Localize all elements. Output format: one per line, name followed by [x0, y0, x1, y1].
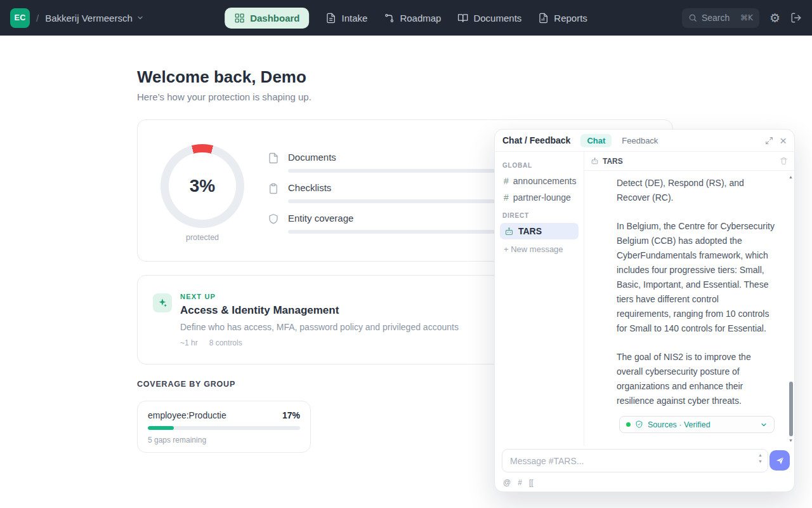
new-message-button[interactable]: + New message: [500, 239, 579, 259]
channel-name: announcements: [513, 176, 577, 186]
chat-title: Chat / Feedback: [502, 135, 570, 145]
group-progress-fill: [148, 426, 174, 430]
expand-button[interactable]: [765, 137, 773, 145]
tab-roadmap[interactable]: Roadmap: [384, 13, 441, 23]
donut-caption: protected: [160, 233, 244, 242]
org-switcher[interactable]: Bakkerij Vermeersch: [45, 13, 144, 23]
close-button[interactable]: ×: [780, 135, 787, 147]
logout-button[interactable]: [790, 12, 802, 23]
link-ref-button[interactable]: [[: [529, 478, 534, 487]
direct-section-heading: DIRECT: [502, 212, 576, 219]
grid-icon: [234, 13, 245, 23]
chat-message: Detect (DE), Respond (RS), and Recover (…: [617, 176, 775, 205]
org-name: Bakkerij Vermeersch: [45, 13, 133, 23]
logout-icon: [790, 12, 802, 23]
nav-item-label: Dashboard: [250, 13, 299, 23]
chat-sidebar: GLOBAL # announcements # partner-lounge …: [495, 152, 584, 446]
delete-conversation-button[interactable]: [780, 157, 788, 165]
message-input-wrap: ▲ ▼: [502, 449, 768, 472]
navbar-left: EC / Bakkerij Vermeersch: [10, 8, 144, 28]
mention-button[interactable]: @: [503, 478, 511, 487]
tab-documents[interactable]: Documents: [457, 13, 521, 23]
donut-chart: 3%: [160, 144, 244, 228]
thread-header: TARS: [584, 152, 794, 171]
coverage-group-card[interactable]: employee:Productie 17% 5 gaps remaining: [137, 401, 311, 453]
sources-verified-button[interactable]: Sources · Verified: [619, 416, 775, 433]
input-spinner[interactable]: ▲ ▼: [758, 453, 763, 464]
channel-ref-button[interactable]: #: [518, 478, 522, 487]
chat-thread: TARS Detect (DE), Respond (RS), and Reco…: [584, 152, 794, 446]
scroll-up-arrow[interactable]: ▲: [789, 175, 793, 179]
tab-chat[interactable]: Chat: [580, 134, 612, 147]
chat-message: In Belgium, the Centre for Cybersecurity…: [617, 219, 775, 336]
navbar-right: Search ⌘K ⚙: [682, 8, 802, 28]
send-button[interactable]: [769, 450, 790, 471]
page-subtitle: Here’s how your protection is shaping up…: [137, 91, 311, 102]
group-name: employee:Productie: [148, 410, 226, 420]
tab-reports[interactable]: Reports: [538, 13, 587, 23]
protection-donut: 3% protected: [160, 144, 244, 242]
dm-name: TARS: [518, 226, 542, 236]
file-chart-icon: [538, 13, 549, 23]
channel-announcements[interactable]: # announcements: [500, 173, 579, 189]
status-dot: [626, 422, 631, 427]
nav-item-label: Roadmap: [400, 13, 441, 23]
chevron-down-icon: [136, 14, 144, 22]
controls-count: 8 controls: [209, 338, 242, 347]
primary-nav: Dashboard Intake Roadmap Documents Repor…: [225, 0, 587, 36]
search-label: Search: [702, 13, 730, 23]
send-icon: [775, 456, 785, 465]
tab-dashboard[interactable]: Dashboard: [225, 8, 309, 29]
sparkles-icon: [153, 293, 172, 312]
donut-hole: 3%: [169, 152, 236, 220]
search-shortcut: ⌘K: [740, 13, 753, 22]
nav-item-label: Reports: [554, 13, 587, 23]
thread-peer-name: TARS: [603, 157, 623, 166]
search-input[interactable]: Search ⌘K: [682, 8, 759, 28]
chat-footer: ▲ ▼ @ # [[: [495, 446, 794, 491]
gear-icon: ⚙: [769, 12, 780, 24]
chat-body: GLOBAL # announcements # partner-lounge …: [495, 152, 794, 446]
app-logo[interactable]: EC: [10, 8, 30, 28]
expand-icon: [765, 137, 773, 145]
chat-header: Chat / Feedback Chat Feedback ×: [495, 130, 794, 152]
route-icon: [384, 13, 395, 23]
hash-icon: #: [504, 176, 509, 186]
file-text-icon: [326, 13, 337, 23]
coverage-heading: COVERAGE BY GROUP: [137, 380, 235, 389]
dm-tars[interactable]: TARS: [500, 223, 579, 239]
hash-icon: #: [504, 192, 509, 203]
coverage-row: employee:Productie 17%: [148, 410, 300, 420]
settings-button[interactable]: ⚙: [769, 12, 780, 24]
metric-label: Entity coverage: [288, 213, 353, 224]
tab-feedback[interactable]: Feedback: [618, 134, 662, 147]
page-title: Welcome back, Demo: [137, 67, 306, 87]
group-percent: 17%: [282, 410, 300, 420]
shield-check-icon: [635, 420, 643, 429]
breadcrumb-separator: /: [36, 13, 39, 23]
duration-label: ~1 hr: [180, 338, 198, 347]
book-open-icon: [457, 13, 468, 23]
composer-toolbar: @ # [[: [503, 478, 534, 487]
metric-label: Documents: [288, 152, 336, 163]
group-progressbar: [148, 426, 300, 430]
nav-item-label: Documents: [473, 13, 521, 23]
chat-message: The goal of NIS2 is to improve the overa…: [617, 350, 775, 408]
channel-partner-lounge[interactable]: # partner-lounge: [500, 189, 579, 206]
message-list: Detect (DE), Respond (RS), and Recover (…: [584, 171, 787, 446]
message-input[interactable]: [502, 449, 768, 472]
spinner-up-icon[interactable]: ▲: [758, 453, 763, 458]
top-navbar: EC / Bakkerij Vermeersch Dashboard Intak…: [0, 0, 812, 36]
chat-panel: Chat / Feedback Chat Feedback × GLOBAL #…: [494, 129, 795, 492]
global-section-heading: GLOBAL: [502, 162, 576, 169]
tab-intake[interactable]: Intake: [326, 13, 368, 23]
scrollbar-thumb[interactable]: [789, 382, 793, 436]
nav-item-label: Intake: [342, 13, 368, 23]
spinner-down-icon[interactable]: ▼: [758, 459, 763, 464]
chevron-down-icon: [760, 421, 768, 429]
bot-icon: [591, 157, 599, 165]
channel-name: partner-lounge: [513, 192, 571, 203]
trash-icon: [780, 157, 788, 165]
scroll-down-arrow[interactable]: ▼: [789, 438, 793, 443]
metric-label: Checklists: [288, 182, 331, 193]
